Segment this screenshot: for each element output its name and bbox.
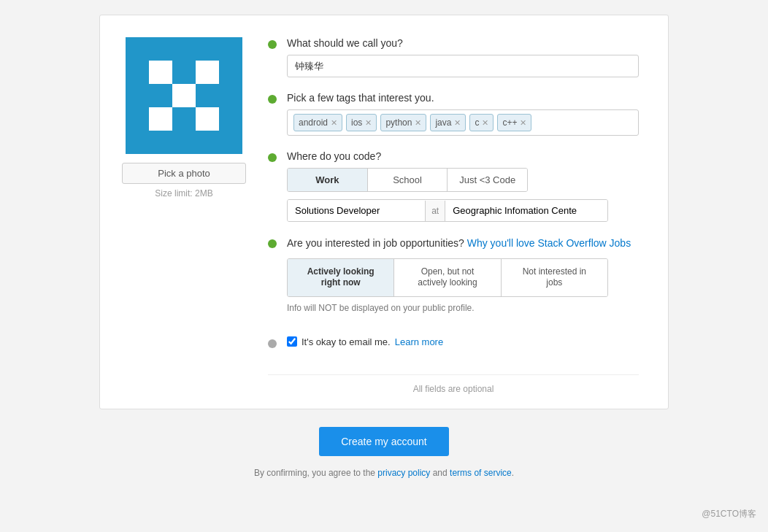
- logo-cell: [126, 131, 149, 154]
- email-section: It's okay to email me. Learn more: [268, 336, 639, 348]
- logo-cell: [149, 131, 172, 154]
- logo-cell: [172, 61, 196, 84]
- right-panel: What should we call you? Pick a few tags…: [268, 37, 639, 394]
- logo-cell: [172, 37, 196, 61]
- tags-label: Pick a few tags that interest you.: [287, 92, 639, 104]
- logo-cell: [219, 107, 242, 131]
- tab-open-looking[interactable]: Open, but notactively looking: [394, 259, 501, 296]
- email-checkbox[interactable]: [287, 336, 297, 347]
- logo-cell: [126, 107, 149, 131]
- optional-footer: All fields are optional: [268, 374, 639, 394]
- logo-image: [126, 37, 242, 154]
- logo-cell: [126, 61, 149, 84]
- code-tabs: Work School Just <3 Code: [287, 168, 528, 192]
- watermark: @51CTO博客: [702, 508, 756, 520]
- left-panel: Pick a photo Size limit: 2MB: [122, 37, 246, 394]
- bottom-area: Create my account By confirming, you agr…: [254, 427, 514, 478]
- bullet-tags: [268, 95, 277, 104]
- tab-just-code[interactable]: Just <3 Code: [448, 169, 527, 191]
- job-section: Are you interested in job opportunities?…: [268, 236, 639, 322]
- logo-cell: [219, 131, 242, 154]
- pick-photo-button[interactable]: Pick a photo: [122, 163, 246, 184]
- tags-container: android ✕ ios ✕ python ✕ java ✕ c ✕ c++ …: [287, 109, 639, 136]
- logo-cell: [172, 131, 196, 154]
- size-limit-label: Size limit: 2MB: [155, 188, 212, 198]
- logo-cell: [219, 84, 242, 107]
- tags-form-content: Pick a few tags that interest you. andro…: [287, 92, 639, 136]
- code-section: Where do you code? Work School Just <3 C…: [268, 150, 639, 222]
- company-input[interactable]: [445, 200, 607, 221]
- job-link[interactable]: Why you'll love Stack Overflow Jobs: [467, 237, 631, 249]
- tags-section: Pick a few tags that interest you. andro…: [268, 92, 639, 136]
- tab-not-interested[interactable]: Not interested injobs: [502, 259, 607, 296]
- logo-cell: [196, 37, 219, 61]
- logo-cell: [126, 37, 149, 61]
- terms-text: By confirming, you agree to the privacy …: [254, 468, 514, 478]
- code-form-content: Where do you code? Work School Just <3 C…: [287, 150, 639, 222]
- tag-python: python ✕: [380, 114, 426, 131]
- tab-work[interactable]: Work: [288, 169, 368, 191]
- bullet-name: [268, 40, 277, 49]
- bullet-job: [268, 239, 277, 248]
- logo-cell: [126, 84, 149, 107]
- job-tabs: Actively lookingright now Open, but nota…: [287, 258, 608, 297]
- tag-c-remove[interactable]: ✕: [482, 119, 488, 127]
- logo-cell: [172, 107, 196, 131]
- name-section: What should we call you?: [268, 37, 639, 77]
- email-row: It's okay to email me. Learn more: [287, 336, 639, 347]
- bullet-email: [268, 339, 277, 348]
- info-note: Info will NOT be displayed on your publi…: [287, 303, 639, 313]
- code-label: Where do you code?: [287, 150, 639, 162]
- tag-cpp-remove[interactable]: ✕: [520, 119, 526, 127]
- job-title-input[interactable]: [288, 200, 425, 221]
- job-form-content: Are you interested in job opportunities?…: [287, 236, 639, 322]
- logo-cell: [219, 61, 242, 84]
- logo-cell: [149, 61, 172, 84]
- logo-cell: [172, 84, 196, 107]
- job-question-label: Are you interested in job opportunities?…: [287, 236, 639, 251]
- tab-school[interactable]: School: [368, 169, 448, 191]
- learn-more-link[interactable]: Learn more: [395, 336, 443, 347]
- terms-of-service-link[interactable]: terms of service: [450, 468, 512, 478]
- logo-cell: [149, 107, 172, 131]
- tag-android: android ✕: [293, 114, 342, 131]
- email-text: It's okay to email me.: [302, 336, 391, 347]
- name-label: What should we call you?: [287, 37, 639, 49]
- logo-cell: [149, 84, 172, 107]
- tag-c: c ✕: [469, 114, 494, 131]
- job-location-row: at: [287, 199, 608, 222]
- tag-ios-remove[interactable]: ✕: [365, 119, 372, 127]
- main-card: Pick a photo Size limit: 2MB What should…: [99, 15, 669, 409]
- tag-android-remove[interactable]: ✕: [331, 119, 337, 127]
- logo-cell: [149, 37, 172, 61]
- logo-cell: [219, 37, 242, 61]
- tag-python-remove[interactable]: ✕: [415, 119, 421, 127]
- tag-cpp: c++ ✕: [497, 114, 531, 131]
- tag-java: java ✕: [430, 114, 466, 131]
- at-label: at: [425, 201, 445, 221]
- logo-cell: [196, 131, 219, 154]
- tab-actively-looking[interactable]: Actively lookingright now: [288, 259, 394, 296]
- bullet-code: [268, 153, 277, 162]
- tag-ios: ios ✕: [346, 114, 377, 131]
- name-form-content: What should we call you?: [287, 37, 639, 77]
- tag-java-remove[interactable]: ✕: [454, 119, 461, 127]
- logo-cell: [196, 107, 219, 131]
- logo-cell: [196, 84, 219, 107]
- email-form-content: It's okay to email me. Learn more: [287, 336, 639, 348]
- name-input[interactable]: [287, 55, 639, 77]
- privacy-policy-link[interactable]: privacy policy: [377, 468, 430, 478]
- logo-cell: [196, 61, 219, 84]
- create-account-button[interactable]: Create my account: [319, 427, 449, 456]
